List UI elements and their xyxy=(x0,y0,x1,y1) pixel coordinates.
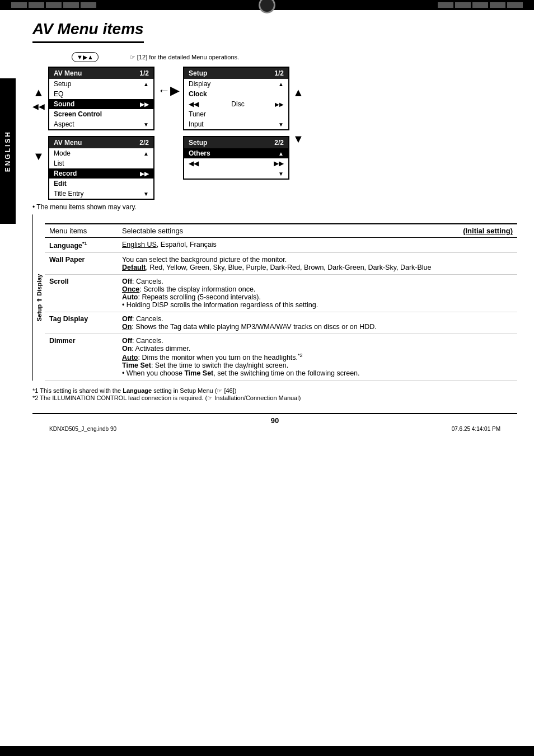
setup-menu-1: Setup 1/2 Display ▲ Clock ◀◀ Disc ▶▶ Tun… xyxy=(183,67,289,130)
item-dimmer: Dimmer xyxy=(45,334,118,381)
diagram-area: ▲ ◀◀ ▼ AV Menu 1/2 Setup ▲ EQ Soun xyxy=(32,67,517,200)
av-menu-2-item-list[interactable]: List xyxy=(49,158,153,168)
item-scroll: Scroll xyxy=(45,275,118,312)
nav-up-arrow[interactable]: ▲ xyxy=(33,86,44,99)
setup-menu-2-nav-row: ◀◀ ▶▶ xyxy=(184,158,288,168)
page-title: AV Menu items xyxy=(32,20,144,43)
av-menu-2-down-arrow: ▼ xyxy=(143,191,149,197)
col-menu-items: Menu items xyxy=(45,224,118,238)
table-row: Tag Display Off: Cancels. On: Shows the … xyxy=(45,312,517,334)
setup-menu-1-page: 1/2 xyxy=(274,69,284,77)
setup-menu-2-item-down: ▼ xyxy=(184,168,288,179)
remote-icon-area: ▼▶▲ xyxy=(32,53,99,61)
av-menu-1-item-eq[interactable]: EQ xyxy=(49,89,153,99)
setup-menu-1-next-icon: ▶▶ xyxy=(275,101,284,107)
table-row: Scroll Off: Cancels. Once: Scrolls the d… xyxy=(45,275,517,312)
av-menu-2: AV Menu 2/2 Mode ▲ List Record ▶▶ Edit xyxy=(48,136,154,200)
setup-menu-1-down-arrow: ▼ xyxy=(278,121,284,128)
hint-text: ☞ [12] for the detailed Menu operations. xyxy=(130,54,239,61)
right-nav-arrows: ▲ ▼ xyxy=(293,67,304,145)
settings-table: Menu items Selectable settings (Initial … xyxy=(45,223,517,381)
page-number: 90 xyxy=(32,413,517,425)
footnote-1: *1 This setting is shared with the Langu… xyxy=(32,387,517,395)
av-menu-1-page: 1/2 xyxy=(139,69,149,77)
settings-tagdisplay: Off: Cancels. On: Shows the Tag data whi… xyxy=(118,312,517,334)
setup-menu-2-header: Setup 2/2 xyxy=(184,137,288,148)
av-menu-1-item-aspect[interactable]: Aspect ▼ xyxy=(49,119,153,129)
av-menu-1: AV Menu 1/2 Setup ▲ EQ Sound ▶▶ Screen C… xyxy=(48,67,154,130)
side-english-label: ENGLISH xyxy=(0,78,16,224)
setup-menu-1-item-clock[interactable]: Clock xyxy=(184,89,288,99)
setup-menu-2-title: Setup xyxy=(189,139,207,147)
table-wrapper: Setup ⇑ Display Menu items Selectable se… xyxy=(32,214,517,381)
table-row: Language*1 English US, Español, Français xyxy=(45,238,517,253)
av-menu-2-item-edit[interactable]: Edit xyxy=(49,179,153,189)
right-menus-col: Setup 1/2 Display ▲ Clock ◀◀ Disc ▶▶ Tun… xyxy=(183,67,289,180)
av-menu-2-page: 2/2 xyxy=(139,139,149,147)
footnote-2: *2 The ILLUMINATION CONTROL lead connect… xyxy=(32,395,517,402)
setup-menu-2-item-others[interactable]: Others ▲ xyxy=(184,148,288,158)
setup-menu-2-up-arrow: ▲ xyxy=(278,151,284,157)
av-menu-2-item-record[interactable]: Record ▶▶ xyxy=(49,168,153,179)
settings-wallpaper: You can select the background picture of… xyxy=(118,253,517,275)
left-nav-arrows: ▲ ◀◀ ▼ xyxy=(32,67,45,163)
table-container: Menu items Selectable settings (Initial … xyxy=(45,214,517,381)
file-info-right: 07.6.25 4:14:01 PM xyxy=(452,426,500,432)
av-menu-2-header: AV Menu 2/2 xyxy=(49,137,153,148)
av-menu-2-next-icon: ▶▶ xyxy=(140,171,149,177)
setup-menu-2-page: 2/2 xyxy=(274,139,284,147)
bottom-decorative-bar xyxy=(0,746,534,756)
av-menu-1-title: AV Menu xyxy=(54,69,82,77)
av-menu-1-header: AV Menu 1/2 xyxy=(49,68,153,79)
av-menu-2-item-titleentry[interactable]: Title Entry ▼ xyxy=(49,189,153,199)
settings-dimmer: Off: Cancels. On: Activates dimmer. Auto… xyxy=(118,334,517,381)
vertical-label: Setup ⇑ Display xyxy=(32,214,45,381)
settings-scroll: Off: Cancels. Once: Scrolls the display … xyxy=(118,275,517,312)
av-menu-1-item-sound[interactable]: Sound ▶▶ xyxy=(49,99,153,109)
col-selectable: Selectable settings xyxy=(118,224,335,238)
av-menu-2-title: AV Menu xyxy=(54,139,82,147)
item-tagdisplay: Tag Display xyxy=(45,312,118,334)
left-menus-col: AV Menu 1/2 Setup ▲ EQ Sound ▶▶ Screen C… xyxy=(48,67,154,200)
top-bar-right-segments xyxy=(438,2,523,8)
table-row: Dimmer Off: Cancels. On: Activates dimme… xyxy=(45,334,517,381)
bottom-file-info: KDNXD505_J_eng.indb 90 07.6.25 4:14:01 P… xyxy=(32,425,517,433)
av-menu-1-up-arrow: ▲ xyxy=(143,81,149,87)
file-info-left: KDNXD505_J_eng.indb 90 xyxy=(49,426,116,432)
top-decorative-bar xyxy=(0,0,534,10)
setup-menu-1-item-display[interactable]: Display ▲ xyxy=(184,79,288,89)
setup-menu-1-header: Setup 1/2 xyxy=(184,68,288,79)
av-menu-2-item-mode[interactable]: Mode ▲ xyxy=(49,148,153,158)
table-row: Wall Paper You can select the background… xyxy=(45,253,517,275)
nav-prev-icon[interactable]: ◀◀ xyxy=(32,102,45,111)
av-menu-1-item-setup[interactable]: Setup ▲ xyxy=(49,79,153,89)
top-bar-left-segments xyxy=(11,2,96,8)
footnotes: *1 This setting is shared with the Langu… xyxy=(32,387,517,402)
col-initial: (Initial setting) xyxy=(335,224,517,238)
setup-menu-2: Setup 2/2 Others ▲ ◀◀ ▶▶ ▼ xyxy=(183,136,289,180)
bullet-note: • The menu items shown may vary. xyxy=(32,203,517,211)
av-menu-1-item-screencontrol[interactable]: Screen Control xyxy=(49,109,153,119)
item-wallpaper: Wall Paper xyxy=(45,253,118,275)
right-nav-up[interactable]: ▲ xyxy=(293,86,304,99)
main-content: AV Menu items ▼▶▲ ☞ [12] for the detaile… xyxy=(16,10,534,450)
setup-menu-1-item-input[interactable]: Input ▼ xyxy=(184,119,288,129)
setup-menu-1-up-arrow: ▲ xyxy=(278,81,284,87)
right-nav-down[interactable]: ▼ xyxy=(293,133,304,145)
setup-menu-1-item-tuner[interactable]: Tuner xyxy=(184,109,288,119)
av-menu-1-down-arrow: ▼ xyxy=(143,121,149,128)
av-menu-1-next-icon: ▶▶ xyxy=(140,101,149,107)
setup-menu-1-title: Setup xyxy=(189,69,207,77)
item-language: Language*1 xyxy=(45,238,118,253)
hint-row: ▼▶▲ ☞ [12] for the detailed Menu operati… xyxy=(32,53,517,61)
settings-language: English US, Español, Français xyxy=(118,238,517,253)
setup-menu-1-item-disc[interactable]: ◀◀ Disc ▶▶ xyxy=(184,99,288,109)
av-menu-2-up-arrow: ▲ xyxy=(143,151,149,157)
center-arrow: ←▶ xyxy=(154,83,183,98)
nav-down-arrow[interactable]: ▼ xyxy=(33,150,44,163)
